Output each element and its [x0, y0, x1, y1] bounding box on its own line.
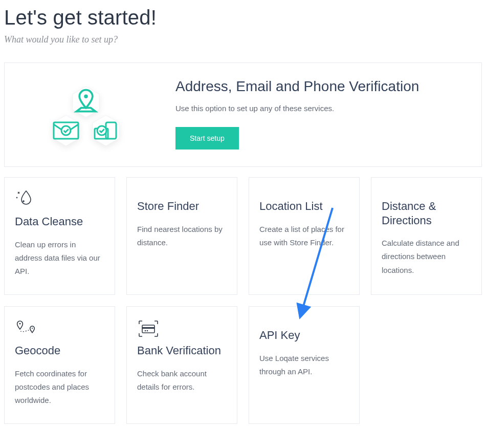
card-title: Geocode [15, 344, 104, 358]
svg-point-11 [32, 328, 33, 329]
water-drop-icon [15, 187, 104, 209]
card-description: Clean up errors in address data files vi… [15, 238, 104, 279]
featured-illustration [17, 75, 155, 152]
card-description: Find nearest locations by distance. [137, 223, 227, 250]
start-setup-button[interactable]: Start setup [175, 127, 239, 150]
card-bank-verification[interactable]: Bank Verification Check bank account det… [126, 306, 237, 424]
featured-description: Use this option to set up any of these s… [175, 104, 461, 113]
email-verified-hex-icon [52, 114, 80, 147]
svg-point-14 [145, 330, 146, 332]
phone-verified-hex-icon [92, 114, 120, 147]
svg-rect-13 [142, 327, 154, 329]
card-location-list[interactable]: Location List Create a list of places fo… [249, 177, 360, 295]
card-description: Fetch coordinates for postcodes and plac… [15, 367, 104, 408]
card-api-key[interactable]: API Key Use Loqate services through an A… [249, 306, 360, 424]
map-pin-hex-icon [72, 86, 100, 118]
card-title: Location List [259, 199, 349, 214]
featured-title: Address, Email and Phone Verification [175, 78, 461, 95]
card-title: Store Finder [137, 199, 227, 214]
credit-card-scan-icon [137, 316, 227, 338]
card-distance-directions[interactable]: Distance & Directions Calculate distance… [371, 177, 482, 295]
card-store-finder[interactable]: Store Finder Find nearest locations by d… [126, 177, 237, 295]
svg-point-15 [147, 330, 148, 332]
geocode-pins-icon [15, 316, 104, 338]
card-title: Bank Verification [137, 344, 227, 358]
svg-rect-12 [142, 325, 154, 333]
svg-point-10 [19, 323, 21, 325]
svg-point-9 [23, 201, 24, 202]
card-description: Calculate distance and directions betwee… [382, 237, 471, 277]
featured-card-verification[interactable]: Address, Email and Phone Verification Us… [4, 62, 482, 167]
card-title: Data Cleanse [15, 215, 104, 229]
card-title: Distance & Directions [382, 199, 471, 227]
card-data-cleanse[interactable]: Data Cleanse Clean up errors in address … [4, 177, 115, 295]
service-card-grid: Data Cleanse Clean up errors in address … [4, 177, 482, 424]
card-description: Check bank account details for errors. [137, 367, 227, 394]
card-description: Create a list of places for use with Sto… [259, 223, 349, 250]
card-geocode[interactable]: Geocode Fetch coordinates for postcodes … [4, 306, 115, 424]
page-title: Let's get started! [4, 6, 482, 29]
card-title: API Key [259, 328, 349, 343]
svg-point-1 [84, 95, 87, 98]
page-subtitle: What would you like to set up? [4, 34, 482, 45]
card-description: Use Loqate services through an API. [259, 352, 349, 379]
